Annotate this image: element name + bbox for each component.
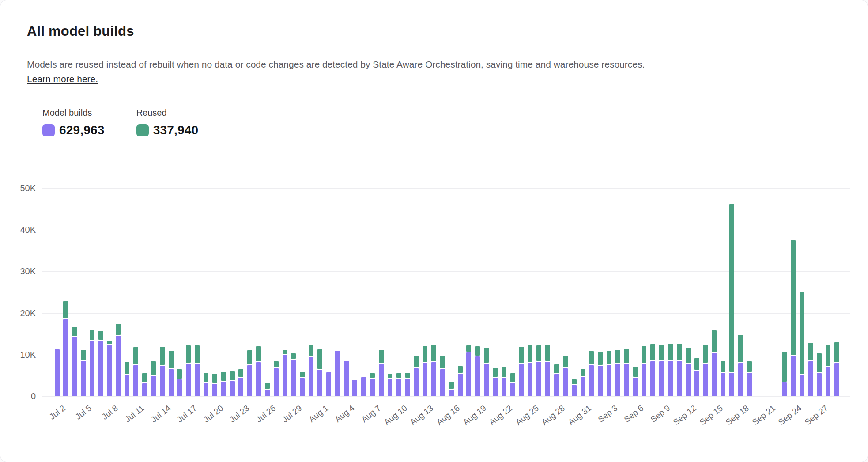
chart-bar-reused[interactable] xyxy=(782,352,787,382)
chart-bar-model-builds[interactable] xyxy=(72,337,77,396)
chart-bar-model-builds[interactable] xyxy=(554,374,559,396)
chart-bar-model-builds[interactable] xyxy=(186,364,191,396)
chart-bar-model-builds[interactable] xyxy=(274,368,279,396)
chart-bar-model-builds[interactable] xyxy=(405,379,410,396)
chart-bar-model-builds[interactable] xyxy=(484,364,489,396)
chart-bar-reused[interactable] xyxy=(177,369,182,379)
chart-bar-reused[interactable] xyxy=(238,369,243,377)
chart-bar-model-builds[interactable] xyxy=(63,319,68,396)
chart-bar-reused[interactable] xyxy=(694,358,699,369)
chart-bar-model-builds[interactable] xyxy=(475,356,480,396)
chart-bar-reused[interactable] xyxy=(151,361,156,375)
chart-bar-model-builds[interactable] xyxy=(352,380,357,396)
chart-bar-reused[interactable] xyxy=(370,373,375,378)
chart-bar-reused[interactable] xyxy=(300,372,305,377)
chart-bar-model-builds[interactable] xyxy=(212,384,217,396)
chart-bar-reused[interactable] xyxy=(63,301,68,318)
chart-bar-reused[interactable] xyxy=(283,350,287,353)
chart-bar-reused[interactable] xyxy=(133,347,138,364)
chart-bar-reused[interactable] xyxy=(160,347,165,365)
chart-bar-reused[interactable] xyxy=(125,362,129,374)
chart-bar-reused[interactable] xyxy=(291,353,296,359)
chart-bar-model-builds[interactable] xyxy=(449,390,454,396)
chart-bar-model-builds[interactable] xyxy=(125,375,129,396)
chart-bar-model-builds[interactable] xyxy=(195,364,200,396)
chart-bar-reused[interactable] xyxy=(598,352,603,365)
chart-bar-reused[interactable] xyxy=(834,342,839,362)
chart-bar-reused[interactable] xyxy=(204,373,208,382)
chart-bar-reused[interactable] xyxy=(502,367,506,377)
chart-bar-reused[interactable] xyxy=(449,382,454,389)
chart-bar-model-builds[interactable] xyxy=(55,349,60,396)
chart-bar-reused[interactable] xyxy=(650,344,655,360)
chart-bar-reused[interactable] xyxy=(212,374,217,383)
chart-bar-model-builds[interactable] xyxy=(659,361,664,396)
chart-bar-reused[interactable] xyxy=(90,330,94,340)
chart-bar-model-builds[interactable] xyxy=(493,378,498,396)
chart-bar-reused[interactable] xyxy=(826,345,830,366)
chart-bar-reused[interactable] xyxy=(107,341,112,344)
chart-bar-model-builds[interactable] xyxy=(607,365,611,396)
chart-bar-reused[interactable] xyxy=(817,353,822,372)
chart-bar-model-builds[interactable] xyxy=(528,363,532,396)
chart-bar-model-builds[interactable] xyxy=(589,365,594,396)
chart-bar-model-builds[interactable] xyxy=(160,366,165,396)
chart-bar-model-builds[interactable] xyxy=(317,370,322,396)
chart-bar-reused[interactable] xyxy=(98,331,103,340)
chart-bar-reused[interactable] xyxy=(729,204,734,372)
chart-bar-reused[interactable] xyxy=(572,379,577,384)
chart-bar-reused[interactable] xyxy=(686,348,691,364)
chart-bar-model-builds[interactable] xyxy=(169,369,174,396)
chart-bar-reused[interactable] xyxy=(589,351,594,364)
chart-bar-reused[interactable] xyxy=(142,373,147,382)
chart-bar-reused[interactable] xyxy=(55,348,60,348)
chart-bar-model-builds[interactable] xyxy=(204,383,208,396)
chart-bar-model-builds[interactable] xyxy=(309,357,313,396)
chart-bar-reused[interactable] xyxy=(431,345,436,361)
chart-bar-model-builds[interactable] xyxy=(466,352,471,396)
chart-bar-reused[interactable] xyxy=(414,356,419,368)
chart-bar-reused[interactable] xyxy=(659,345,664,360)
chart-bar-model-builds[interactable] xyxy=(440,369,445,396)
chart-bar-reused[interactable] xyxy=(72,327,77,337)
chart-bar-model-builds[interactable] xyxy=(283,355,287,396)
chart-bar-reused[interactable] xyxy=(256,346,261,361)
chart-bar-model-builds[interactable] xyxy=(238,378,243,396)
chart-bar-reused[interactable] xyxy=(81,350,86,360)
chart-bar-reused[interactable] xyxy=(668,344,673,360)
chart-bar-model-builds[interactable] xyxy=(624,364,629,396)
chart-bar-reused[interactable] xyxy=(361,376,366,376)
chart-bar-model-builds[interactable] xyxy=(536,362,541,396)
chart-bar-reused[interactable] xyxy=(458,366,463,373)
chart-bar-reused[interactable] xyxy=(484,348,489,363)
chart-bar-reused[interactable] xyxy=(317,349,322,369)
chart-bar-reused[interactable] xyxy=(396,373,401,378)
chart-bar-model-builds[interactable] xyxy=(721,373,725,396)
chart-bar-model-builds[interactable] xyxy=(598,366,603,396)
chart-bar-reused[interactable] xyxy=(440,356,445,368)
chart-bar-model-builds[interactable] xyxy=(335,351,340,396)
chart-bar-model-builds[interactable] xyxy=(388,379,392,396)
chart-bar-reused[interactable] xyxy=(677,344,682,360)
chart-bar-model-builds[interactable] xyxy=(782,382,787,396)
chart-bar-model-builds[interactable] xyxy=(633,378,638,396)
chart-bar-model-builds[interactable] xyxy=(834,363,839,396)
chart-bar-model-builds[interactable] xyxy=(694,371,699,396)
chart-bar-model-builds[interactable] xyxy=(256,362,261,396)
chart-bar-model-builds[interactable] xyxy=(370,379,375,396)
chart-bar-model-builds[interactable] xyxy=(230,381,235,396)
chart-bar-model-builds[interactable] xyxy=(326,372,331,396)
chart-bar-model-builds[interactable] xyxy=(826,367,830,396)
chart-bar-reused[interactable] xyxy=(309,345,313,356)
chart-bar-reused[interactable] xyxy=(274,361,279,367)
chart-bar-model-builds[interactable] xyxy=(615,364,620,396)
chart-bar-reused[interactable] xyxy=(738,335,743,362)
chart-bar-reused[interactable] xyxy=(169,351,174,368)
chart-bar-reused[interactable] xyxy=(642,346,646,363)
chart-bar-reused[interactable] xyxy=(510,373,515,382)
chart-bar-model-builds[interactable] xyxy=(431,362,436,396)
chart-bar-reused[interactable] xyxy=(607,351,611,364)
chart-bar-reused[interactable] xyxy=(528,345,532,362)
chart-bar-model-builds[interactable] xyxy=(563,368,568,396)
chart-bar-model-builds[interactable] xyxy=(81,361,86,396)
